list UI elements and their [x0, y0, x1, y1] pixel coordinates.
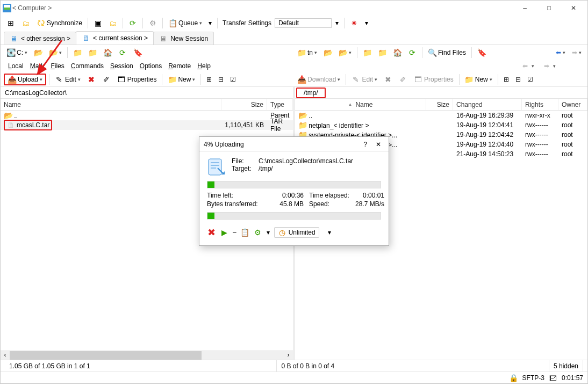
right-open-icon2[interactable]: 📂: [336, 47, 354, 59]
toolbar-connections-icon[interactable]: ⊞: [4, 17, 18, 29]
download-button[interactable]: 📥Download: [295, 74, 343, 85]
cancel-transfer-button[interactable]: ✖: [207, 228, 216, 237]
select-all-icon-right[interactable]: ☑: [525, 74, 536, 85]
parent-dir-icon: 📂: [4, 111, 12, 120]
left-list-header[interactable]: Name Size Type: [1, 99, 293, 111]
drive-left-dropdown[interactable]: 💽C:: [4, 47, 30, 59]
right-home-icon[interactable]: 🏠: [390, 47, 404, 59]
properties-button-right[interactable]: 🗔Properties: [411, 74, 456, 85]
transfer-to-back-button[interactable]: 📋: [241, 228, 249, 237]
delete-button-right[interactable]: ✖: [381, 74, 395, 85]
list-item-parent-left[interactable]: 📂 .. Parent: [1, 111, 293, 120]
status-protocol: SFTP-3: [522, 374, 544, 382]
left-refresh-icon[interactable]: ⟳: [116, 47, 130, 59]
right-list-header[interactable]: Name Size Changed Rights Owner: [295, 99, 587, 111]
tab-current-session[interactable]: 🖥< current session >: [76, 31, 154, 45]
new-button-right[interactable]: 📁New: [462, 74, 495, 85]
toolbar-sessions-icon[interactable]: 🗂: [19, 17, 33, 29]
col-size-right[interactable]: Size: [426, 99, 453, 110]
col-name-left[interactable]: Name: [1, 99, 221, 110]
menu-commands[interactable]: Commands: [69, 62, 106, 70]
right-refresh-icon[interactable]: ⟳: [405, 47, 419, 59]
edit-button-left[interactable]: ✎Edit: [52, 74, 83, 85]
menu-session[interactable]: Session: [108, 62, 135, 70]
queue-chevron[interactable]: ▾: [206, 17, 214, 29]
list-item[interactable]: 📂 ..16-Aug-19 16:29:39rwxr-xr-xroot: [295, 111, 587, 120]
synchronize-button[interactable]: 🗘Synchronize: [34, 17, 85, 29]
menu-local[interactable]: Local: [6, 62, 26, 70]
col-type-left[interactable]: Type: [267, 99, 293, 110]
left-home-icon[interactable]: 🏠: [101, 47, 114, 59]
expand-icon-left[interactable]: ⊞: [204, 74, 214, 85]
rename-icon-left[interactable]: ✐: [99, 74, 113, 85]
disconnect-icon[interactable]: ✷: [347, 17, 361, 29]
queue-dropdown[interactable]: 📋Queue: [166, 17, 205, 29]
maximize-button[interactable]: □: [537, 1, 561, 16]
delete-button-left[interactable]: ✖: [84, 74, 98, 85]
list-item[interactable]: 📁 netplan_< identifier >19-Aug-19 12:04:…: [295, 120, 587, 130]
select-all-icon-left[interactable]: ☑: [227, 74, 239, 85]
nav-back-arrow[interactable]: ⬅: [553, 47, 568, 59]
menu-files[interactable]: Files: [48, 62, 66, 70]
tab-new-session[interactable]: 🖥New Session: [153, 32, 214, 45]
left-nav-back-icon[interactable]: 📁: [70, 47, 84, 59]
nav-fwd-arrow[interactable]: ➡: [569, 47, 584, 59]
right-open-icon1[interactable]: 📂: [321, 47, 335, 59]
col-name-right[interactable]: Name: [295, 99, 426, 110]
status-right: 0 B of 0 B in 0 of 4: [277, 360, 549, 372]
settings-icon[interactable]: ⚙: [146, 17, 160, 29]
status-speed-icon[interactable]: 🗠: [549, 374, 557, 382]
left-nav-fwd-arrow[interactable]: ➡: [539, 60, 558, 72]
col-changed-right[interactable]: Changed: [453, 99, 522, 110]
progress-bar-file: [207, 181, 381, 188]
menu-options[interactable]: Options: [138, 62, 164, 70]
upload-dialog: 4% Uploading ? ✕ File:C:\mcasLogCollecto…: [199, 136, 389, 246]
col-rights-right[interactable]: Rights: [522, 99, 558, 110]
menu-mark[interactable]: Mark: [28, 62, 47, 70]
close-button[interactable]: ✕: [561, 1, 585, 16]
right-nav-back-icon[interactable]: 📁: [360, 47, 374, 59]
drive-right-dropdown[interactable]: 📁tn: [295, 47, 320, 59]
path-right[interactable]: /tmp/: [296, 88, 326, 98]
minimize-button[interactable]: –: [513, 1, 537, 16]
left-h-scrollbar[interactable]: ‹ ›: [1, 351, 293, 360]
rename-icon-right[interactable]: ✐: [396, 74, 410, 85]
speed-limit-dropdown[interactable]: ◷Unlimited: [274, 227, 319, 238]
transfer-settings-button[interactable]: ⚙: [254, 228, 262, 237]
left-bookmark-icon[interactable]: 🔖: [131, 47, 145, 59]
collapse-icon-left[interactable]: ⊟: [216, 74, 226, 85]
transfer-settings-chevron[interactable]: ▾: [333, 17, 341, 29]
right-extra-icon[interactable]: 🔖: [475, 47, 489, 59]
col-size-left[interactable]: Size: [221, 99, 267, 110]
dialog-close-button[interactable]: ✕: [372, 141, 384, 148]
speed-limit-chevron[interactable]: ▾: [324, 229, 335, 236]
left-open-icon2[interactable]: 📂: [46, 47, 64, 59]
disconnect-chevron[interactable]: ▾: [362, 17, 371, 29]
collapse-icon-right[interactable]: ⊟: [513, 74, 524, 85]
dialog-help-button[interactable]: ?: [358, 141, 372, 148]
left-open-icon1[interactable]: 📂: [31, 47, 45, 59]
new-button-left[interactable]: 📁New: [165, 74, 198, 85]
right-nav-fwd-icon[interactable]: 📁: [375, 47, 389, 59]
terminal-icon[interactable]: ▣: [91, 17, 105, 29]
col-owner-right[interactable]: Owner: [558, 99, 587, 110]
upload-button[interactable]: 📤Upload: [4, 74, 46, 85]
minimize-transfer-button[interactable]: ▶: [220, 228, 228, 237]
properties-button-left[interactable]: 🗔Properties: [114, 74, 160, 85]
toolbar-refresh-icon[interactable]: ⟳: [126, 17, 140, 29]
left-nav-fwd-icon[interactable]: 📁: [85, 47, 99, 59]
left-nav-back-arrow[interactable]: ⬅: [518, 60, 537, 72]
folder-icon: 📁: [298, 121, 307, 129]
edit-button-right[interactable]: ✎Edit: [349, 74, 380, 85]
folder-icon: 📂: [298, 111, 307, 120]
bytes-value: 45.8 MB: [271, 200, 304, 208]
menu-help[interactable]: Help: [195, 62, 213, 70]
list-item-file[interactable]: 🗎mcasLC.tar 1,110,451 KB TAR File: [1, 120, 293, 130]
transfer-settings-dropdown[interactable]: Default: [275, 18, 332, 28]
expand-icon-right[interactable]: ⊞: [501, 74, 512, 85]
path-left[interactable]: C:\mcasLogCollector\: [1, 87, 293, 99]
menu-remote[interactable]: Remote: [166, 62, 193, 70]
find-files-button[interactable]: 🔍Find Files: [425, 47, 469, 59]
toolbar-icon-2[interactable]: 🗂: [106, 17, 120, 29]
tab-other-session[interactable]: 🖥< other session >: [4, 32, 76, 45]
